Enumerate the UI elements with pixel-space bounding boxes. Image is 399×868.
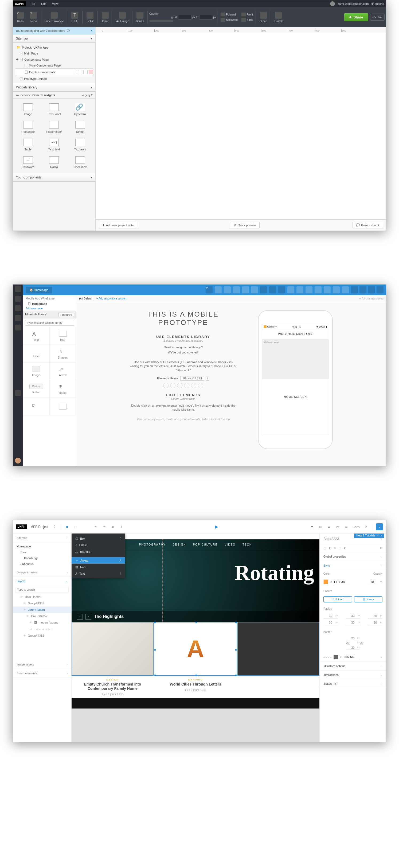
widget-radio[interactable]: ◉Radio [50,380,76,398]
radius-input[interactable]: 30 [346,620,360,625]
elements-library-select[interactable]: Elements library:Featured [23,311,76,318]
page-delete-components[interactable]: Delete Components [15,68,93,76]
layer-row[interactable]: 👁Main Header [13,594,71,600]
widget-arrow[interactable]: ↗Arrow [50,363,76,380]
bold-button[interactable]: B [72,20,73,23]
visibility-icon[interactable]: 👁 [29,621,33,624]
widget-text-field[interactable]: ABC|Text field [42,136,67,153]
layer-row-hidden[interactable]: ⊘xxxxxxxxxxxx [13,626,71,632]
layer-row[interactable]: 👁🖼 megan-fox.png [13,619,71,626]
project-name[interactable]: MPP Project [30,525,48,529]
toolbar-icon[interactable]: ▤ [344,524,348,529]
layer-row[interactable]: 👁Group#4352 [13,600,71,607]
rail-pages-icon[interactable] [15,296,21,302]
radius-input[interactable]: 30 [346,613,360,618]
bring-front-button[interactable]: Front [240,12,254,17]
toolbar-icon[interactable]: ⊞ [327,524,331,529]
share-button[interactable]: ✈Share [344,13,368,21]
height-input[interactable] [199,15,212,20]
menu-edit[interactable]: Edit [38,1,49,7]
visibility-icon[interactable]: 👁 [20,595,23,598]
duplicate-button[interactable] [83,70,88,74]
states-header[interactable]: States3› [320,679,386,688]
shape-text[interactable]: ATextT [72,570,125,577]
tab-icon[interactable]: ▢ [324,546,326,550]
tool-icon[interactable] [305,286,312,293]
width-input[interactable] [179,15,192,20]
widget-image[interactable]: Image [15,101,41,118]
breadcrumb[interactable]: 🏠 Homepage [26,287,52,293]
page-components[interactable]: ⊕Components Page [15,56,93,63]
color-hex-input[interactable] [334,580,350,584]
widget-checkbox[interactable]: ☑ [23,398,50,415]
tool-icon[interactable] [215,286,222,293]
more-widgets-link[interactable]: więcej▾ [82,93,93,97]
tool-icon[interactable] [287,286,294,293]
stage[interactable]: THIS IS A MOBILE PROTOTYPE USE ELEMENTS … [76,302,386,466]
page-main[interactable]: Main Page [15,51,93,56]
components-header[interactable]: Your Components▾ [13,174,95,182]
opacity-control[interactable]: Opacity% [149,12,173,22]
tool-icon[interactable] [324,286,331,293]
tool-icon[interactable] [278,286,285,293]
widget-box[interactable]: Box [50,327,76,345]
radius-input[interactable]: 30 [368,620,383,625]
prev-button[interactable]: ‹ [77,614,83,620]
share-button[interactable] [360,286,366,293]
toolbar-icon[interactable]: ◫ [318,524,323,529]
bring-forward-button[interactable]: Forward [220,12,239,17]
radius-input[interactable]: 30 [324,613,338,618]
paper-prototype-button[interactable]: Paper Prototype [43,11,65,24]
quick-preview-button[interactable]: 👁Quick preview [230,222,260,228]
sitemap-item[interactable]: Tour [13,549,71,555]
custom-options-header[interactable]: ⫞ Custom options› [320,662,386,671]
redo-icon[interactable]: ↷ [102,524,107,529]
user-email[interactable]: kamil.zieba@uxpin.com [338,2,369,5]
undo-button[interactable]: ↶Undo [14,11,26,24]
menu-view[interactable]: View [49,1,61,7]
widget-more[interactable] [50,398,76,415]
layer-row[interactable]: 👁Group#4352 [13,632,71,639]
info-icon[interactable]: ⓘ [67,29,70,33]
image-assets-header[interactable]: Image assets› [13,660,71,669]
border-bottom-input[interactable]: 20 [346,646,360,649]
close-icon[interactable]: ✕ [377,534,379,537]
tool-icon[interactable] [233,286,240,293]
fullscreen-button[interactable] [376,286,384,293]
underline-button[interactable]: U [76,20,78,23]
shape-circle[interactable]: ○Circle [72,542,125,548]
delete-page-button[interactable] [89,70,93,74]
layer-row-active[interactable]: 👁Lorem ipsum [13,607,71,613]
export-html-button[interactable]: </> Html [370,14,385,21]
tool-icon[interactable] [296,286,303,293]
user-avatar[interactable] [330,1,335,6]
layer-row[interactable]: 👁Group#4352 [13,613,71,619]
search-widgets-input[interactable] [25,320,74,326]
tool-icon[interactable] [342,286,349,293]
tool-icon[interactable] [242,286,249,293]
close-banner-button[interactable]: ✕ [90,29,93,32]
widget-table[interactable]: Table [15,136,41,153]
preview-button[interactable] [351,286,358,293]
nav-link[interactable]: VIDEO [225,543,236,546]
widget-text[interactable]: AText [23,327,50,345]
radius-input[interactable]: 30 [368,613,383,618]
add-responsive-link[interactable]: + Add responsive version [96,297,126,300]
border-right-input[interactable]: 20 [360,641,364,645]
rail-search-icon[interactable] [15,315,21,321]
nav-link[interactable]: PHOTOGRAPHY [139,543,166,546]
send-backward-button[interactable]: Backward [220,18,239,22]
rail-chat-icon[interactable] [15,324,21,331]
toolbar-icon[interactable]: ⬒ [309,524,314,529]
nav-link[interactable]: DESIGN [172,543,186,546]
widget-text-area[interactable]: Text area [68,136,93,153]
widget-image[interactable]: Image [23,363,50,380]
visibility-icon[interactable]: 👁 [23,634,26,637]
visibility-icon[interactable]: 👁 [26,615,29,618]
interactions-header[interactable]: Interactions› [320,671,386,679]
tool-icon[interactable] [314,286,322,293]
upload-button[interactable]: ⇪ Upload [324,596,352,602]
card-selected[interactable]: A GRAPHIC World Cities Through Letters I… [155,622,237,698]
unlock-button[interactable]: Unlock [273,11,285,24]
tab-icon[interactable]: ◐ [344,546,346,550]
